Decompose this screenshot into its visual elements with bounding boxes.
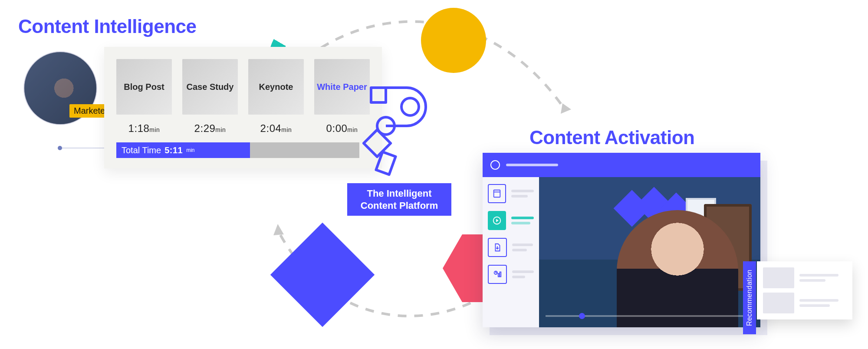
tile-time-unit: min [149, 126, 160, 133]
activation-panel-header [483, 153, 760, 177]
total-time-label: Total Time [122, 145, 161, 155]
tile-label: Blog Post [121, 82, 167, 92]
tile-time-unit: min [281, 126, 292, 133]
presenter-avatar [617, 210, 738, 327]
recommendation-side-label: Recommendation [743, 261, 756, 334]
recommendation-thumb [763, 293, 794, 313]
side-item-play[interactable] [488, 211, 534, 230]
play-icon [488, 211, 506, 230]
total-time-bar: Total Time 5:11min [116, 142, 359, 158]
content-activation-heading: Content Activation [529, 127, 694, 148]
tile-time-value: 2:29 [194, 122, 216, 134]
tile-keynote: Keynote 2:04min [248, 59, 304, 135]
content-intelligence-card: Blog Post 1:18min Case Study 2:29min Key… [104, 47, 382, 168]
recommendation-card[interactable] [757, 261, 852, 319]
tile-time-value: 0:00 [326, 122, 348, 134]
total-time-value: 5:11 [164, 145, 183, 155]
blue-diamond-shape [270, 223, 375, 327]
content-activation-panel [483, 153, 760, 327]
yellow-circle-shape [421, 8, 486, 73]
brand-logo-icon [362, 82, 436, 178]
activation-side-list [483, 177, 539, 327]
header-line [506, 164, 558, 166]
recommendation-row [763, 267, 846, 288]
chart-icon [488, 265, 507, 284]
total-time-fill: Total Time 5:11min [116, 142, 250, 158]
total-time-unit: min [186, 147, 194, 153]
svg-rect-7 [494, 190, 500, 198]
tile-blog-post: Blog Post 1:18min [116, 59, 172, 135]
recommendation-row [763, 293, 846, 313]
book-icon [488, 184, 506, 203]
activation-video-area[interactable] [539, 177, 760, 327]
side-item-book[interactable] [488, 184, 534, 203]
svg-marker-1 [273, 224, 284, 235]
svg-rect-13 [500, 272, 501, 277]
side-item-download[interactable] [488, 238, 534, 257]
brand-block: The Intelligent Content Platform [347, 82, 451, 216]
avatar-to-card-connector [60, 148, 108, 148]
recommendation-thumb [763, 267, 794, 288]
tile-time-value: 2:04 [260, 122, 282, 134]
svg-marker-10 [496, 219, 499, 222]
svg-point-3 [401, 98, 419, 115]
video-progress-bar[interactable] [546, 315, 753, 317]
brand-tagline: The Intelligent Content Platform [347, 183, 451, 216]
download-icon [488, 238, 507, 257]
svg-rect-2 [371, 88, 386, 102]
svg-marker-0 [561, 103, 571, 114]
svg-rect-12 [498, 273, 500, 277]
header-circle-icon [490, 160, 500, 170]
tile-case-study: Case Study 2:29min [182, 59, 238, 135]
tile-label: Case Study [184, 82, 237, 92]
tile-label: White Paper [314, 82, 370, 92]
side-item-chart[interactable] [488, 265, 534, 284]
tile-time-value: 1:18 [128, 122, 150, 134]
tile-time-unit: min [215, 126, 226, 133]
tile-label: Keynote [256, 82, 296, 92]
content-intelligence-heading: Content Intelligence [18, 16, 196, 37]
